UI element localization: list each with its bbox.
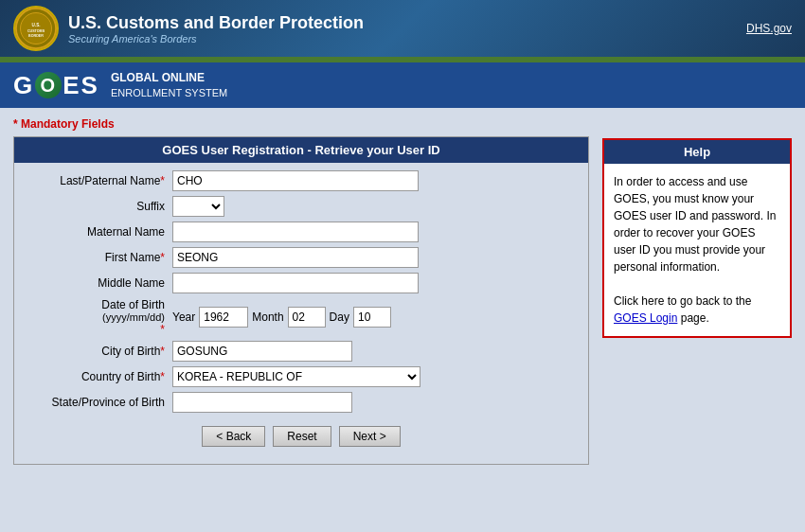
country-of-birth-label: Country of Birth* xyxy=(26,370,172,383)
goes-header: GOES GLOBAL ONLINE ENROLLMENT SYSTEM xyxy=(0,62,805,108)
suffix-select[interactable]: Jr. Sr. II III xyxy=(172,196,224,217)
reset-button[interactable]: Reset xyxy=(273,426,331,447)
suffix-label: Suffix xyxy=(26,200,172,213)
last-name-label: Last/Paternal Name* xyxy=(26,174,172,187)
day-label: Day xyxy=(330,310,349,324)
state-province-input[interactable] xyxy=(172,392,352,413)
state-province-row: State/Province of Birth xyxy=(26,392,577,413)
registration-form: GOES User Registration - Retrieve your U… xyxy=(13,136,589,465)
mandatory-note: * Mandatory Fields xyxy=(13,117,589,131)
dob-label: Date of Birth (yyyy/mm/dd) * xyxy=(26,298,172,336)
last-name-input[interactable] xyxy=(172,170,419,191)
first-name-row: First Name* xyxy=(26,247,577,268)
last-name-row: Last/Paternal Name* xyxy=(26,170,577,191)
goes-logo: GOES xyxy=(13,71,99,100)
cbp-seal: U.S. CUSTOMS BORDER xyxy=(13,6,59,51)
left-panel: * Mandatory Fields GOES User Registratio… xyxy=(13,117,589,465)
dob-month-input[interactable] xyxy=(288,307,326,328)
maternal-name-label: Maternal Name xyxy=(26,225,172,239)
maternal-name-input[interactable] xyxy=(172,222,419,242)
first-name-label: First Name* xyxy=(26,251,172,264)
back-button[interactable]: < Back xyxy=(202,426,265,447)
form-title: GOES User Registration - Retrieve your U… xyxy=(14,137,588,163)
top-header: U.S. CUSTOMS BORDER U.S. Customs and Bor… xyxy=(0,0,805,57)
goes-login-link[interactable]: GOES Login xyxy=(614,311,677,325)
dob-year-input[interactable] xyxy=(199,307,248,328)
help-body: In order to access and use GOES, you mus… xyxy=(604,164,790,336)
help-link-text: Click here to go back to the GOES Login … xyxy=(614,293,780,327)
agency-name: U.S. Customs and Border Protection xyxy=(68,13,364,33)
agency-tagline: Securing America's Borders xyxy=(68,33,364,44)
help-panel: Help In order to access and use GOES, yo… xyxy=(602,138,792,338)
next-button[interactable]: Next > xyxy=(339,426,401,447)
middle-name-row: Middle Name xyxy=(26,273,577,293)
country-of-birth-row: Country of Birth* KOREA - REPUBLIC OF UN… xyxy=(26,366,577,387)
button-row: < Back Reset Next > xyxy=(26,426,577,456)
dhs-link[interactable]: DHS.gov xyxy=(746,22,792,35)
city-of-birth-label: City of Birth* xyxy=(26,345,172,358)
svg-text:BORDER: BORDER xyxy=(28,34,44,38)
svg-text:CUSTOMS: CUSTOMS xyxy=(27,29,45,33)
goes-subtitle-line2: ENROLLMENT SYSTEM xyxy=(111,86,227,100)
help-text: In order to access and use GOES, you mus… xyxy=(614,173,780,275)
middle-name-label: Middle Name xyxy=(26,276,172,290)
form-body: Last/Paternal Name* Suffix Jr. Sr. II II… xyxy=(14,163,588,464)
dob-row: Date of Birth (yyyy/mm/dd) * Year Month … xyxy=(26,298,577,336)
goes-subtitle: GLOBAL ONLINE ENROLLMENT SYSTEM xyxy=(111,70,227,100)
city-of-birth-input[interactable] xyxy=(172,341,352,362)
dob-inputs: Year Month Day xyxy=(172,307,391,328)
month-label: Month xyxy=(252,310,283,324)
state-province-label: State/Province of Birth xyxy=(26,396,172,409)
dob-day-input[interactable] xyxy=(353,307,391,328)
help-title: Help xyxy=(604,140,790,164)
city-of-birth-row: City of Birth* xyxy=(26,341,577,362)
goes-o-icon: O xyxy=(35,72,62,98)
first-name-input[interactable] xyxy=(172,247,419,268)
middle-name-input[interactable] xyxy=(172,273,419,293)
country-of-birth-select[interactable]: KOREA - REPUBLIC OF UNITED STATES CANADA… xyxy=(172,366,420,387)
main-content: * Mandatory Fields GOES User Registratio… xyxy=(0,108,805,532)
year-label: Year xyxy=(172,310,195,324)
svg-text:U.S.: U.S. xyxy=(32,23,41,27)
goes-subtitle-line1: GLOBAL ONLINE xyxy=(111,70,227,86)
maternal-name-row: Maternal Name xyxy=(26,222,577,242)
header-left: U.S. CUSTOMS BORDER U.S. Customs and Bor… xyxy=(13,6,364,51)
agency-title: U.S. Customs and Border Protection Secur… xyxy=(68,13,364,44)
suffix-row: Suffix Jr. Sr. II III xyxy=(26,196,577,217)
